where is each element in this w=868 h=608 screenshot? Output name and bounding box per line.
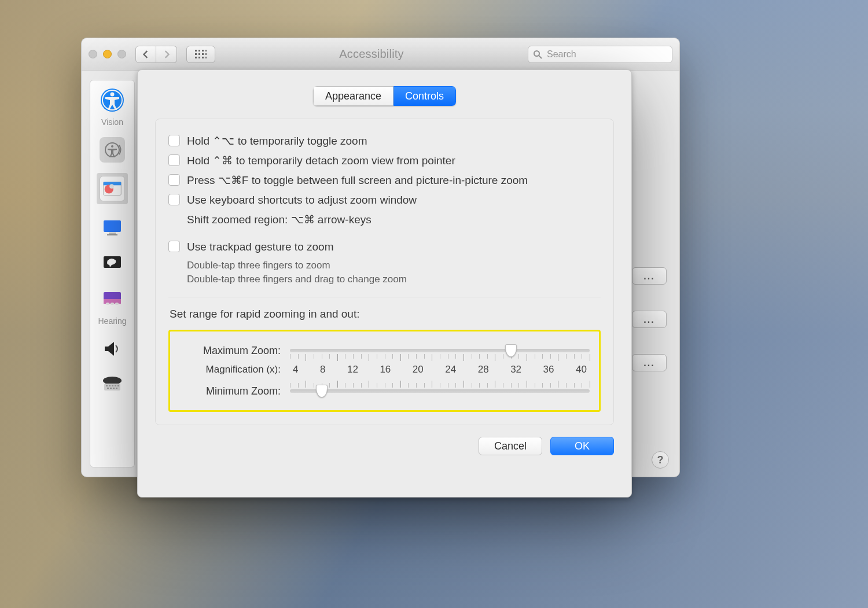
svg-rect-9 xyxy=(198,57,200,58)
sidebar-item-voiceover[interactable] xyxy=(100,137,125,163)
search-icon xyxy=(533,50,542,59)
close-icon[interactable] xyxy=(89,50,97,58)
magnification-label: Magnification (x): xyxy=(179,364,281,375)
zoom-pane-icon xyxy=(100,176,125,201)
accessibility-icon xyxy=(100,87,125,113)
controls-pane: Hold ⌃⌥ to temporarily toggle zoom Hold … xyxy=(155,119,614,425)
label-toggle-zoom: Hold ⌃⌥ to temporarily toggle zoom xyxy=(187,133,367,149)
svg-point-31 xyxy=(115,303,119,305)
label-trackpad-gesture: Use trackpad gesture to zoom xyxy=(187,239,333,255)
window-toolbar: Accessibility xyxy=(82,38,679,71)
zoom-icon[interactable] xyxy=(117,50,126,58)
svg-rect-37 xyxy=(115,385,116,386)
sidebar-group-hearing: Hearing xyxy=(98,316,126,326)
svg-rect-38 xyxy=(117,385,119,386)
ok-button[interactable]: OK xyxy=(550,437,614,455)
search-input[interactable] xyxy=(546,49,667,60)
label-kb-shortcuts: Use keyboard shortcuts to adjust zoom wi… xyxy=(187,192,417,208)
checkbox-kb-shortcuts[interactable] xyxy=(168,194,180,205)
svg-rect-11 xyxy=(205,57,207,58)
tab-bar: Appearance Controls xyxy=(313,86,456,106)
svg-rect-0 xyxy=(195,50,197,51)
svg-point-12 xyxy=(534,51,539,56)
svg-rect-24 xyxy=(109,233,116,234)
svg-line-13 xyxy=(539,56,542,58)
sidebar-group-vision: Vision xyxy=(101,117,123,127)
sidebar-item-overview[interactable] xyxy=(100,87,125,113)
max-zoom-label: Maximum Zoom: xyxy=(179,345,281,357)
svg-point-16 xyxy=(111,93,115,97)
sidebar-item-audio[interactable] xyxy=(100,336,125,362)
min-zoom-label: Minimum Zoom: xyxy=(179,385,281,397)
svg-rect-23 xyxy=(104,220,121,232)
back-button[interactable] xyxy=(135,46,156,63)
checkbox-toggle-zoom[interactable] xyxy=(168,135,180,146)
svg-rect-25 xyxy=(107,234,117,235)
divider xyxy=(168,297,601,297)
show-all-button[interactable] xyxy=(186,46,215,63)
options-button-1[interactable]: ... xyxy=(632,267,667,285)
shift-region-label: Shift zoomed region: ⌥⌘ arrow-keys xyxy=(187,212,601,227)
svg-rect-39 xyxy=(107,388,109,389)
trackpad-hint-1: Double-tap three fingers to zoom xyxy=(187,259,601,272)
label-detach-zoom: Hold ⌃⌘ to temporarily detach zoom view … xyxy=(187,153,455,169)
svg-rect-5 xyxy=(198,53,200,55)
svg-point-32 xyxy=(103,377,122,385)
range-section-title: Set range for rapid zooming in and out: xyxy=(170,308,601,320)
svg-rect-2 xyxy=(202,50,204,51)
minimize-icon[interactable] xyxy=(103,50,112,58)
speech-icon xyxy=(100,250,125,276)
svg-rect-6 xyxy=(202,53,204,55)
options-button-2[interactable]: ... xyxy=(632,311,667,328)
svg-rect-8 xyxy=(195,57,197,58)
svg-rect-34 xyxy=(106,385,108,386)
tab-appearance[interactable]: Appearance xyxy=(313,86,393,106)
window-title: Accessibility xyxy=(221,47,522,61)
descriptions-icon xyxy=(100,286,125,312)
sidebar-item-rtt[interactable] xyxy=(100,372,125,397)
sidebar-item-display[interactable] xyxy=(100,215,125,240)
checkbox-fullscreen-pip[interactable] xyxy=(168,174,180,186)
svg-rect-10 xyxy=(202,57,204,58)
traffic-lights xyxy=(89,50,126,58)
forward-button[interactable] xyxy=(156,46,177,63)
sidebar-item-speech[interactable] xyxy=(100,250,125,276)
phone-icon xyxy=(100,372,125,397)
zoom-controls-sheet: Appearance Controls Hold ⌃⌥ to temporari… xyxy=(137,69,632,498)
max-zoom-slider[interactable] xyxy=(290,341,590,360)
sidebar-item-descriptions[interactable] xyxy=(100,286,125,312)
svg-point-30 xyxy=(111,303,114,305)
svg-rect-33 xyxy=(104,384,120,390)
options-button-3[interactable]: ... xyxy=(632,354,667,371)
svg-rect-41 xyxy=(113,388,115,389)
sidebar-item-zoom[interactable] xyxy=(97,173,128,204)
tab-controls[interactable]: Controls xyxy=(393,86,456,106)
magnification-scale: 481216202428323640 xyxy=(290,364,590,375)
help-button[interactable]: ? xyxy=(652,451,669,469)
min-zoom-slider[interactable] xyxy=(290,382,590,400)
svg-rect-7 xyxy=(205,53,207,55)
svg-rect-4 xyxy=(195,53,197,55)
svg-rect-36 xyxy=(112,385,113,386)
voiceover-icon xyxy=(100,137,125,163)
nav-buttons xyxy=(135,46,177,63)
zoom-range-box: Maximum Zoom: Magnification (x): 4812162… xyxy=(168,330,601,412)
svg-rect-40 xyxy=(110,388,112,389)
svg-point-29 xyxy=(106,303,109,305)
cancel-button[interactable]: Cancel xyxy=(479,437,542,455)
trackpad-hint-2: Double-tap three fingers and drag to cha… xyxy=(187,272,601,286)
svg-rect-3 xyxy=(205,50,207,51)
svg-rect-35 xyxy=(109,385,111,386)
label-fullscreen-pip: Press ⌥⌘F to toggle between full screen … xyxy=(187,172,528,189)
speaker-icon xyxy=(100,336,125,362)
svg-point-18 xyxy=(111,145,113,148)
sidebar: Vision xyxy=(90,80,135,467)
checkbox-trackpad-gesture[interactable] xyxy=(168,241,180,252)
svg-rect-42 xyxy=(116,388,117,389)
search-field[interactable] xyxy=(528,46,672,63)
checkbox-detach-zoom[interactable] xyxy=(168,154,180,166)
svg-rect-1 xyxy=(198,50,200,51)
svg-point-22 xyxy=(109,184,114,189)
display-icon xyxy=(100,215,125,240)
